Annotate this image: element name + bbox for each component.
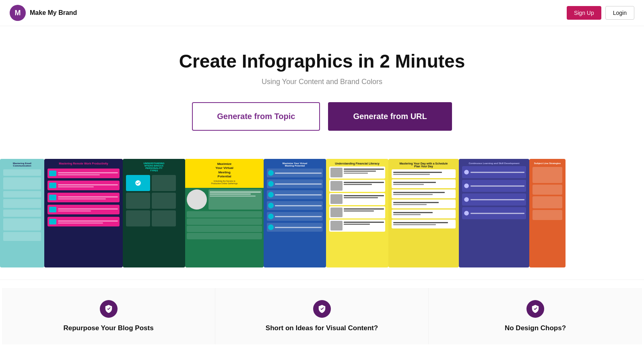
gallery-item[interactable]: Maximize Your VirtualMeeting Potential [264, 159, 326, 267]
gallery-item[interactable]: Continuous Learning and Skill Developmen… [459, 159, 529, 267]
brand-name: Make My Brand [30, 9, 77, 16]
hero-subtitle: Using Your Content and Brand Colors [8, 78, 636, 86]
svg-point-3 [464, 211, 469, 216]
header-left: M Make My Brand [10, 5, 77, 21]
feature-card-design: No Design Chops? [429, 288, 642, 344]
gallery-item[interactable]: Mastering Remote Work Productivity [44, 159, 123, 267]
header-actions: Sign Up Login [567, 6, 634, 20]
infographic-gallery: Mastering EmailCommunication Mastering R… [0, 147, 644, 280]
header: M Make My Brand Sign Up Login [0, 0, 644, 26]
generate-url-button[interactable]: Generate from URL [328, 102, 452, 131]
hero-section: Create Infographics in 2 Minutes Using Y… [0, 26, 644, 147]
feature-title-3: No Design Chops? [445, 324, 626, 332]
hero-title: Create Infographics in 2 Minutes [8, 50, 636, 72]
features-section: Repurpose Your Blog Posts Short on Ideas… [0, 280, 644, 344]
feature-icon-3 [526, 300, 544, 318]
svg-point-1 [464, 183, 469, 188]
feature-card-blog: Repurpose Your Blog Posts [2, 288, 215, 344]
feature-title-1: Repurpose Your Blog Posts [18, 324, 199, 332]
gallery-item[interactable]: Mastering EmailCommunication [0, 159, 44, 267]
svg-point-2 [464, 197, 469, 202]
generate-topic-button[interactable]: Generate from Topic [192, 102, 320, 131]
cta-buttons: Generate from Topic Generate from URL [8, 102, 636, 131]
feature-card-ideas: Short on Ideas for Visual Content? [215, 288, 429, 344]
gallery-item[interactable]: Subject Line Strategies [529, 159, 566, 267]
logo-icon: M [10, 5, 26, 21]
gallery-item[interactable]: UNDERSTANDINGMYERS-BRIGGSPERSONALITYTYPE… [123, 159, 185, 267]
feature-icon-2 [313, 300, 331, 318]
login-button[interactable]: Login [605, 6, 634, 20]
gallery-item[interactable]: Mastering Your Day with a SchedulePlan Y… [388, 159, 459, 267]
feature-icon-1 [100, 300, 118, 318]
gallery-item[interactable]: MaximizeYour VirtualMeetingPotential Unl… [185, 159, 264, 267]
feature-title-2: Short on Ideas for Visual Content? [231, 324, 412, 332]
signup-button[interactable]: Sign Up [567, 6, 601, 20]
svg-point-0 [464, 170, 469, 175]
gallery-item[interactable]: Understanding Financial Literacy [326, 159, 388, 267]
